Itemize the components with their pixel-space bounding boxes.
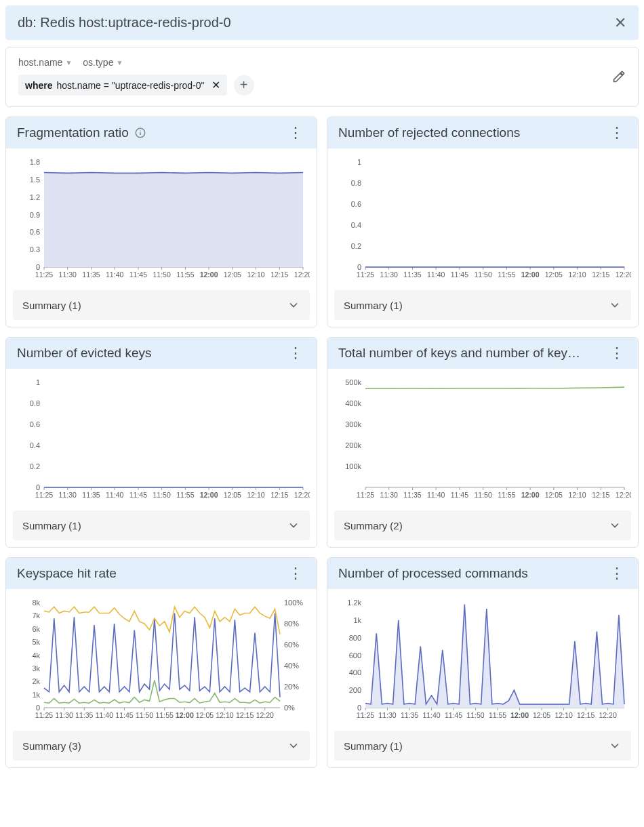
svg-text:11:40: 11:40 xyxy=(422,711,440,719)
svg-text:12:10: 12:10 xyxy=(568,270,586,279)
summary-label: Summary (2) xyxy=(344,520,403,531)
chart-area: 00.20.40.60.8111:2511:3011:3511:4011:451… xyxy=(6,369,317,504)
svg-text:11:40: 11:40 xyxy=(106,270,123,279)
svg-text:1k: 1k xyxy=(353,616,361,624)
card-header: Number of evicted keys ⋮ xyxy=(6,338,317,369)
svg-text:11:30: 11:30 xyxy=(380,270,398,279)
card-menu-icon[interactable]: ⋮ xyxy=(607,569,627,578)
svg-text:0.8: 0.8 xyxy=(351,179,361,187)
svg-text:11:35: 11:35 xyxy=(75,711,93,719)
svg-text:3k: 3k xyxy=(32,664,40,672)
svg-text:600: 600 xyxy=(349,651,361,660)
summary-toggle[interactable]: Summary (1) xyxy=(334,290,631,320)
card-header: Total number of keys and number of key… … xyxy=(327,338,638,369)
card-title: Keyspace hit rate xyxy=(17,566,117,581)
card-header: Fragmentation ratio ⋮ xyxy=(6,117,317,148)
svg-text:12:20: 12:20 xyxy=(294,270,310,279)
remove-chip-icon[interactable]: ✕ xyxy=(212,79,220,92)
svg-text:12:00: 12:00 xyxy=(510,711,529,719)
svg-text:11:30: 11:30 xyxy=(55,711,73,719)
svg-text:11:25: 11:25 xyxy=(35,711,53,719)
chevron-down-icon xyxy=(287,739,300,752)
summary-label: Summary (1) xyxy=(22,300,81,311)
summary-label: Summary (1) xyxy=(344,740,403,752)
svg-text:12:20: 12:20 xyxy=(599,711,616,719)
svg-text:20%: 20% xyxy=(284,683,299,691)
svg-text:80%: 80% xyxy=(284,620,299,628)
chevron-down-icon: ▼ xyxy=(65,59,72,66)
card-frag: Fragmentation ratio ⋮ 00.30.60.91.21.51.… xyxy=(5,117,317,327)
card-evict: Number of evicted keys ⋮ 00.20.40.60.811… xyxy=(5,337,317,548)
chart-area: 02004006008001k1.2k11:2511:3011:3511:401… xyxy=(327,589,638,724)
card-menu-icon[interactable]: ⋮ xyxy=(285,348,306,357)
svg-text:11:45: 11:45 xyxy=(451,491,468,499)
svg-text:12:00: 12:00 xyxy=(200,491,218,499)
summary-toggle[interactable]: Summary (3) xyxy=(13,731,310,761)
page-header: db: Redis host:uptrace-redis-prod-0 ✕ xyxy=(5,5,639,40)
svg-text:12:20: 12:20 xyxy=(294,491,310,499)
svg-text:12:00: 12:00 xyxy=(176,711,194,719)
svg-text:11:45: 11:45 xyxy=(451,270,468,279)
svg-text:11:30: 11:30 xyxy=(59,270,77,279)
summary-toggle[interactable]: Summary (2) xyxy=(334,510,631,540)
svg-text:11:40: 11:40 xyxy=(96,711,113,719)
svg-text:11:30: 11:30 xyxy=(59,491,77,499)
svg-text:40%: 40% xyxy=(284,662,299,670)
svg-text:1.2k: 1.2k xyxy=(347,599,361,607)
info-icon[interactable] xyxy=(134,127,146,139)
svg-text:11:45: 11:45 xyxy=(115,711,133,719)
summary-label: Summary (1) xyxy=(344,300,403,311)
svg-text:11:50: 11:50 xyxy=(466,711,484,719)
svg-text:0.6: 0.6 xyxy=(351,200,361,208)
card-title: Number of evicted keys xyxy=(17,346,152,361)
card-menu-icon[interactable]: ⋮ xyxy=(285,128,306,137)
chart-area: 100k200k300k400k500k11:2511:3011:3511:40… xyxy=(327,369,638,504)
svg-text:1.5: 1.5 xyxy=(30,176,40,184)
svg-text:0%: 0% xyxy=(284,704,295,712)
dimension-os-type[interactable]: os.type▼ xyxy=(83,57,123,68)
svg-text:2k: 2k xyxy=(32,677,40,685)
where-expression: host.name = "uptrace-redis-prod-0" xyxy=(56,80,204,91)
where-chip[interactable]: where host.name = "uptrace-redis-prod-0"… xyxy=(18,75,227,96)
svg-text:11:35: 11:35 xyxy=(403,491,421,499)
svg-text:11:35: 11:35 xyxy=(82,270,100,279)
svg-text:12:00: 12:00 xyxy=(521,491,540,499)
close-icon[interactable]: ✕ xyxy=(614,16,626,31)
dimension-host-name[interactable]: host.name▼ xyxy=(18,57,72,68)
svg-text:12:15: 12:15 xyxy=(236,711,254,719)
where-keyword: where xyxy=(25,80,52,91)
summary-toggle[interactable]: Summary (1) xyxy=(13,290,310,320)
svg-text:12:10: 12:10 xyxy=(555,711,572,719)
svg-text:12:10: 12:10 xyxy=(247,491,264,499)
card-header: Number of processed commands ⋮ xyxy=(327,558,638,589)
filter-bar: host.name▼os.type▼ where host.name = "up… xyxy=(5,47,639,107)
svg-text:11:25: 11:25 xyxy=(357,491,374,499)
summary-toggle[interactable]: Summary (1) xyxy=(13,510,310,540)
svg-text:11:45: 11:45 xyxy=(129,270,147,279)
svg-text:0.2: 0.2 xyxy=(351,242,361,250)
svg-text:11:55: 11:55 xyxy=(176,491,194,499)
card-menu-icon[interactable]: ⋮ xyxy=(607,348,627,357)
svg-text:12:15: 12:15 xyxy=(577,711,595,719)
svg-text:11:35: 11:35 xyxy=(82,491,100,499)
chart-rej: 00.20.40.60.8111:2511:3011:3511:4011:451… xyxy=(333,155,631,281)
svg-text:400k: 400k xyxy=(345,399,361,407)
svg-text:11:55: 11:55 xyxy=(498,270,515,279)
svg-text:5k: 5k xyxy=(32,638,40,646)
chart-cmds: 02004006008001k1.2k11:2511:3011:3511:401… xyxy=(333,596,631,721)
chevron-down-icon xyxy=(287,519,300,532)
chart-area: 00.20.40.60.8111:2511:3011:3511:4011:451… xyxy=(327,148,638,283)
summary-toggle[interactable]: Summary (1) xyxy=(334,731,631,761)
chart-hit: 01k2k3k4k5k6k7k8k0%20%40%60%80%100%11:25… xyxy=(12,596,310,721)
chart-evict: 00.20.40.60.8111:2511:3011:3511:4011:451… xyxy=(12,376,310,501)
svg-text:0.6: 0.6 xyxy=(30,420,40,428)
svg-text:11:30: 11:30 xyxy=(378,711,396,719)
svg-text:11:25: 11:25 xyxy=(35,270,53,279)
card-menu-icon[interactable]: ⋮ xyxy=(607,128,627,137)
card-rej: Number of rejected connections ⋮ 00.20.4… xyxy=(327,117,639,327)
card-menu-icon[interactable]: ⋮ xyxy=(285,569,306,578)
svg-text:11:55: 11:55 xyxy=(176,270,194,279)
svg-text:100k: 100k xyxy=(345,462,361,470)
add-filter-button[interactable]: + xyxy=(234,75,254,96)
edit-icon[interactable] xyxy=(612,70,626,83)
